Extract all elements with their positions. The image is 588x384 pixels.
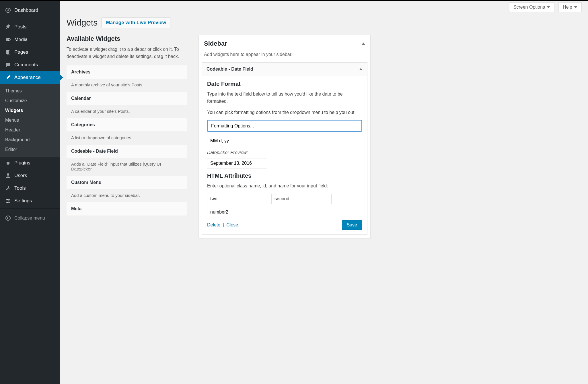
submenu-editor[interactable]: Editor bbox=[0, 145, 60, 154]
datepicker-preview-input[interactable] bbox=[207, 158, 267, 168]
sidebar-item-label: Tools bbox=[14, 185, 26, 191]
svg-point-6 bbox=[7, 173, 9, 176]
sidebar-panel-title: Sidebar bbox=[204, 40, 227, 47]
sidebar-panel-toggle[interactable]: Sidebar bbox=[199, 35, 370, 52]
divider: | bbox=[223, 222, 224, 227]
submenu-themes[interactable]: Themes bbox=[0, 86, 60, 96]
sidebar-item-users[interactable]: Users bbox=[0, 169, 60, 182]
widget-desc: Add a custom menu to your sidebar. bbox=[67, 189, 187, 202]
sidebar-item-media[interactable]: Media bbox=[0, 33, 60, 46]
widget-head[interactable]: Meta bbox=[67, 202, 187, 216]
sliders-icon bbox=[5, 197, 11, 204]
sidebar-panel-desc: Add widgets here to appear in your sideb… bbox=[199, 52, 370, 62]
sidebar-item-pages[interactable]: Pages bbox=[0, 46, 60, 59]
attr-name-input[interactable] bbox=[207, 207, 267, 217]
sidebar-item-posts[interactable]: Posts bbox=[0, 21, 60, 33]
date-format-heading: Date Format bbox=[207, 81, 362, 87]
available-widget-date-field[interactable]: Codeable - Date Field Adds a "Date Field… bbox=[67, 145, 187, 176]
widget-head[interactable]: Categories bbox=[67, 118, 187, 132]
screen-options-button[interactable]: Screen Options bbox=[509, 2, 554, 12]
appearance-submenu: Themes Customize Widgets Menus Header Ba… bbox=[0, 84, 60, 157]
widget-head[interactable]: Custom Menu bbox=[67, 176, 187, 189]
sidebar-item-appearance[interactable]: Appearance bbox=[0, 71, 60, 84]
widget-instance-toggle[interactable]: Codeable - Date Field bbox=[202, 63, 367, 76]
attr-id-input[interactable] bbox=[271, 194, 332, 204]
widget-head[interactable]: Archives bbox=[67, 65, 187, 79]
collapse-icon bbox=[5, 215, 11, 222]
save-button[interactable]: Save bbox=[342, 220, 362, 230]
sidebar-item-dashboard[interactable]: Dashboard bbox=[0, 4, 60, 17]
sidebar-widget-area-column: Sidebar Add widgets here to appear in yo… bbox=[198, 35, 371, 238]
chevron-up-icon bbox=[359, 68, 363, 70]
page-title: Widgets bbox=[67, 18, 98, 28]
available-widget-meta[interactable]: Meta bbox=[67, 202, 187, 216]
date-format-input[interactable] bbox=[207, 136, 267, 146]
submenu-menus[interactable]: Menus bbox=[0, 115, 60, 125]
sidebar-item-label: Settings bbox=[14, 198, 32, 204]
submenu-background[interactable]: Background bbox=[0, 135, 60, 145]
plug-icon bbox=[5, 160, 11, 166]
datepicker-preview-label: Datepicker Preview: bbox=[207, 150, 362, 155]
available-widget-calendar[interactable]: Calendar A calendar of your site's Posts… bbox=[67, 92, 187, 118]
close-link[interactable]: Close bbox=[226, 222, 238, 227]
sidebar-item-label: Pages bbox=[14, 49, 28, 55]
html-attributes-desc: Enter optional class name, id, and name … bbox=[207, 183, 362, 190]
widget-instance-title: Codeable - Date Field bbox=[207, 67, 253, 72]
collapse-menu-button[interactable]: Collapse menu bbox=[0, 211, 60, 225]
sidebar-item-label: Plugins bbox=[14, 160, 30, 166]
chevron-up-icon bbox=[362, 42, 365, 45]
sidebar-item-label: Media bbox=[14, 37, 28, 42]
pages-icon bbox=[5, 49, 11, 56]
html-attributes-heading: HTML Attributes bbox=[207, 172, 362, 179]
available-widgets-title: Available Widgets bbox=[67, 35, 187, 42]
available-widget-custom-menu[interactable]: Custom Menu Add a custom menu to your si… bbox=[67, 176, 187, 202]
widget-head[interactable]: Codeable - Date Field bbox=[67, 145, 187, 158]
chevron-down-icon bbox=[574, 6, 577, 8]
available-widget-archives[interactable]: Archives A monthly archive of your site'… bbox=[67, 65, 187, 92]
media-icon bbox=[5, 36, 11, 43]
svg-rect-4 bbox=[6, 50, 9, 54]
svg-point-7 bbox=[7, 199, 8, 200]
available-widgets-column: Available Widgets To activate a widget d… bbox=[67, 35, 187, 238]
pin-icon bbox=[5, 24, 11, 30]
svg-point-8 bbox=[8, 200, 9, 201]
widget-head[interactable]: Calendar bbox=[67, 92, 187, 105]
main-content: Screen Options Help Widgets Manage with … bbox=[60, 1, 588, 384]
submenu-header[interactable]: Header bbox=[0, 125, 60, 135]
sidebar-item-settings[interactable]: Settings bbox=[0, 195, 60, 207]
svg-point-10 bbox=[6, 216, 10, 220]
delete-link[interactable]: Delete bbox=[207, 222, 220, 227]
date-format-p1: Type into the text field below to tell u… bbox=[207, 91, 362, 105]
svg-point-1 bbox=[7, 10, 9, 11]
sidebar-item-label: Dashboard bbox=[14, 7, 38, 13]
dashboard-icon bbox=[5, 7, 11, 14]
submenu-customize[interactable]: Customize bbox=[0, 96, 60, 106]
widget-desc: Adds a "Date Field" input that utilizes … bbox=[67, 158, 187, 176]
sidebar-item-tools[interactable]: Tools bbox=[0, 182, 60, 195]
sidebar-item-comments[interactable]: Comments bbox=[0, 59, 60, 71]
svg-point-9 bbox=[7, 202, 8, 203]
help-button[interactable]: Help bbox=[558, 2, 582, 12]
widget-desc: A calendar of your site's Posts. bbox=[67, 105, 187, 118]
user-icon bbox=[5, 172, 11, 179]
sidebar-item-label: Appearance bbox=[14, 75, 41, 80]
submenu-widgets[interactable]: Widgets bbox=[0, 106, 60, 115]
widget-instance-body: Date Format Type into the text field bel… bbox=[202, 76, 367, 234]
attr-class-input[interactable] bbox=[207, 194, 267, 204]
brush-icon bbox=[5, 74, 11, 81]
formatting-options-select[interactable]: Formatting Options... bbox=[207, 120, 362, 132]
sidebar-item-label: Comments bbox=[14, 62, 38, 68]
available-widget-categories[interactable]: Categories A list or dropdown of categor… bbox=[67, 118, 187, 145]
collapse-label: Collapse menu bbox=[14, 216, 45, 221]
date-format-p2: You can pick formatting options from the… bbox=[207, 109, 362, 116]
sidebar-item-label: Users bbox=[14, 173, 27, 179]
widget-desc: A monthly archive of your site's Posts. bbox=[67, 79, 187, 92]
manage-live-preview-button[interactable]: Manage with Live Preview bbox=[102, 17, 170, 28]
chevron-down-icon bbox=[547, 6, 550, 8]
comment-icon bbox=[5, 61, 11, 68]
available-widgets-desc: To activate a widget drag it to a sideba… bbox=[67, 46, 187, 60]
admin-sidebar: Dashboard Posts Media Pages Comments bbox=[0, 1, 60, 384]
wrench-icon bbox=[5, 185, 11, 192]
sidebar-item-label: Posts bbox=[14, 24, 27, 30]
sidebar-item-plugins[interactable]: Plugins bbox=[0, 157, 60, 169]
